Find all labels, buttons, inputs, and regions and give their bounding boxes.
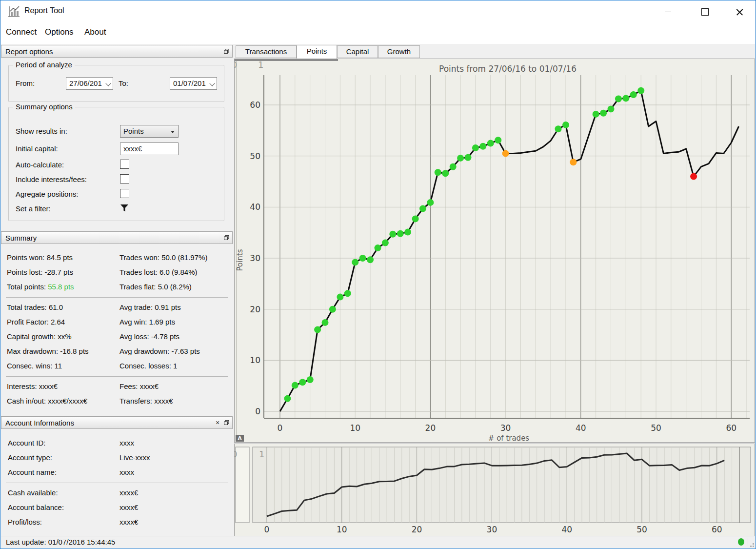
app-icon bbox=[7, 5, 20, 18]
svg-text:20: 20 bbox=[250, 305, 260, 314]
divider bbox=[6, 376, 228, 377]
report-options-header[interactable]: Report options bbox=[1, 45, 233, 58]
svg-text:Points: Points bbox=[236, 249, 244, 271]
account-info-header[interactable]: Account Informations × bbox=[1, 416, 233, 429]
svg-text:50: 50 bbox=[637, 525, 647, 534]
svg-text:40: 40 bbox=[250, 202, 260, 212]
svg-text:# of trades: # of trades bbox=[488, 434, 530, 442]
initial-capital-label: Initial capital: bbox=[16, 144, 58, 153]
account-name-value: xxxx bbox=[119, 465, 134, 480]
connection-status-icon bbox=[738, 538, 744, 546]
profit-loss-value: xxxx€ bbox=[119, 515, 138, 529]
tab-capital[interactable]: Capital bbox=[337, 45, 378, 58]
summary-row: Consec. wins: 11 Consec. losses: 1 bbox=[1, 359, 234, 373]
interests: Interests: xxxx€ bbox=[7, 379, 58, 394]
account-type-value: Live-xxxx bbox=[119, 450, 150, 465]
float-panel-icon[interactable] bbox=[224, 49, 229, 54]
include-interests-checkbox[interactable] bbox=[120, 174, 129, 183]
account-name-label: Account name: bbox=[8, 465, 57, 480]
auto-calculate-checkbox[interactable] bbox=[120, 160, 129, 169]
profit-loss-label: Profit/loss: bbox=[8, 515, 42, 529]
avg-trade: Avg trade: 0.91 pts bbox=[119, 300, 181, 315]
svg-text:1: 1 bbox=[258, 60, 263, 70]
points-chart[interactable]: 01020304050600102030405060Points from 27… bbox=[234, 59, 755, 443]
menu-connect[interactable]: Connect bbox=[6, 27, 37, 37]
summary-row: Points lost: -28.7 pts Trades lost: 6.0 … bbox=[1, 265, 234, 280]
from-date-select[interactable]: 27/06/201 bbox=[66, 77, 113, 90]
summary-row: Max drawdown: -16.8 pts Avg drawdown: -7… bbox=[1, 344, 234, 359]
auto-calculate-label: Auto-calculate: bbox=[16, 161, 64, 169]
total-trades: Total trades: 61.0 bbox=[7, 300, 63, 315]
left-dock-area: Report options Period of analyze From: 2… bbox=[1, 44, 234, 536]
account-row: Profit/loss: xxxx€ bbox=[1, 515, 234, 529]
close-button[interactable] bbox=[731, 4, 748, 19]
dropdown-arrow-icon bbox=[171, 131, 175, 133]
summary-header[interactable]: Summary bbox=[1, 231, 233, 244]
resize-grip[interactable] bbox=[748, 541, 754, 547]
cash-in-out: Cash in/out: xxxx€/xxxx€ bbox=[7, 394, 87, 408]
svg-text:10: 10 bbox=[250, 355, 260, 365]
to-label: To: bbox=[119, 79, 128, 87]
svg-text:0: 0 bbox=[278, 423, 283, 433]
account-row: Cash available: xxxx€ bbox=[1, 486, 234, 500]
to-date-value: 01/07/201 bbox=[173, 79, 206, 87]
svg-text:0: 0 bbox=[264, 525, 270, 534]
close-icon bbox=[736, 8, 743, 16]
svg-text:10: 10 bbox=[350, 423, 360, 433]
period-group-label: Period of analyze bbox=[13, 61, 75, 69]
account-id-label: Account ID: bbox=[8, 436, 46, 450]
account-row: Account balance: xxxx€ bbox=[1, 500, 234, 515]
svg-text:0: 0 bbox=[235, 449, 237, 459]
initial-capital-value: xxxx€ bbox=[123, 144, 142, 153]
summary-row: Cash in/out: xxxx€/xxxx€ Transfers: xxxx… bbox=[1, 394, 234, 408]
minimize-button[interactable] bbox=[659, 4, 676, 19]
summary-title: Summary bbox=[5, 234, 37, 242]
consec-wins: Consec. wins: 11 bbox=[7, 359, 62, 373]
cash-available-label: Cash available: bbox=[8, 486, 58, 500]
menu-about[interactable]: About bbox=[84, 27, 106, 37]
from-date-value: 27/06/201 bbox=[69, 79, 102, 87]
account-type-label: Account type: bbox=[8, 450, 52, 465]
svg-text:20: 20 bbox=[412, 525, 422, 534]
trades-won: Trades won: 50.0 (81.97%) bbox=[119, 250, 207, 265]
points-lost: Points lost: -28.7 pts bbox=[7, 265, 73, 280]
initial-capital-input[interactable]: xxxx€ bbox=[120, 142, 179, 155]
svg-text:Points from 27/06/16 to 01/07/: Points from 27/06/16 to 01/07/16 bbox=[439, 64, 577, 74]
agregate-positions-label: Agregate positions: bbox=[16, 190, 78, 198]
float-panel-icon[interactable] bbox=[224, 235, 229, 240]
maximize-icon bbox=[701, 8, 709, 16]
show-results-label: Show results in: bbox=[16, 127, 67, 135]
maximize-button[interactable] bbox=[696, 4, 713, 19]
consec-losses: Consec. losses: 1 bbox=[119, 359, 177, 373]
show-results-value: Points bbox=[123, 127, 144, 135]
show-results-select[interactable]: Points bbox=[120, 125, 179, 138]
transfers: Transfers: xxxx€ bbox=[119, 394, 173, 408]
trades-lost: Trades lost: 6.0 (9.84%) bbox=[119, 265, 198, 280]
tab-growth[interactable]: Growth bbox=[378, 45, 420, 58]
account-balance-label: Account balance: bbox=[8, 500, 64, 515]
filter-funnel-icon[interactable] bbox=[120, 204, 129, 212]
chart-panel: Transactions Points Capital Growth 01020… bbox=[234, 44, 755, 536]
report-options-title: Report options bbox=[5, 47, 53, 56]
total-points-label: Total points: bbox=[7, 283, 46, 291]
svg-text:0: 0 bbox=[255, 407, 260, 416]
include-interests-label: Include interests/fees: bbox=[16, 175, 87, 183]
avg-drawdown: Avg drawdown: -7.63 pts bbox=[119, 344, 200, 359]
to-date-select[interactable]: 01/07/201 bbox=[170, 77, 217, 90]
svg-text:40: 40 bbox=[561, 525, 572, 534]
tab-bar: Transactions Points Capital Growth bbox=[234, 45, 755, 59]
summary-row: Points won: 84.5 pts Trades won: 50.0 (8… bbox=[1, 250, 234, 265]
menu-options[interactable]: Options bbox=[45, 27, 74, 37]
divider bbox=[6, 483, 228, 483]
close-panel-icon[interactable]: × bbox=[215, 419, 220, 426]
tab-transactions[interactable]: Transactions bbox=[236, 45, 297, 58]
svg-text:A: A bbox=[238, 435, 242, 442]
account-row: Account ID: xxxx bbox=[1, 436, 234, 450]
float-panel-icon[interactable] bbox=[224, 420, 229, 425]
tab-points[interactable]: Points bbox=[297, 45, 337, 59]
svg-text:40: 40 bbox=[576, 423, 586, 433]
window-title: Report Tool bbox=[24, 6, 64, 15]
agregate-positions-checkbox[interactable] bbox=[120, 189, 129, 198]
navigator-chart[interactable]: 010203040506001 bbox=[234, 444, 755, 537]
svg-text:50: 50 bbox=[250, 151, 260, 161]
